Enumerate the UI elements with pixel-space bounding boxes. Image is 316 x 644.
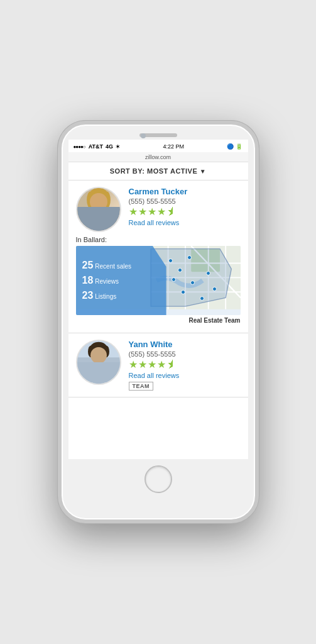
stat-num-reviews: 18 [82,275,94,286]
yann-star-2: ★ [138,360,147,370]
svg-point-20 [91,347,106,361]
phone-screen: ●●●●○ AT&T 4G ✶ 4:22 PM 🔵 🔋 zillow.com S… [68,140,248,459]
map-dot-3 [178,268,182,272]
map-dot-1 [168,258,173,263]
real-estate-team-label: Real Estate Team [76,317,241,324]
yann-star-1: ★ [129,360,138,370]
agent-name-carmen[interactable]: Carmen Tucker [129,187,241,196]
map-stat-reviews: 18 Reviews [82,275,160,286]
scroll-content[interactable]: SORT BY: MOST ACTIVE ▼ [68,162,248,459]
svg-point-5 [88,212,109,231]
status-bar: ●●●●○ AT&T 4G ✶ 4:22 PM 🔵 🔋 [68,140,248,152]
star-3: ★ [148,207,156,217]
star-2: ★ [138,207,147,217]
carrier-label: AT&T [89,143,103,150]
map-dots-area [150,246,240,315]
in-ballard-label: In Ballard: [76,236,241,243]
avatar-yann[interactable] [76,340,121,385]
url-text: zillow.com [145,154,171,160]
team-badge-yann: TEAM [129,382,154,391]
svg-point-21 [90,343,106,352]
agent-card-carmen: Carmen Tucker (555) 555-5555 ★ ★ ★ ★ ⯨ R… [68,180,248,333]
agent-phone-yann[interactable]: (555) 555-5555 [129,350,241,358]
stat-label-sales: Recent sales [95,263,131,270]
map-dot-5 [190,280,195,285]
stat-label-reviews: Reviews [95,278,119,285]
map-dot-6 [181,290,185,294]
phone-frame: ●●●●○ AT&T 4G ✶ 4:22 PM 🔵 🔋 zillow.com S… [58,121,259,523]
sort-label: SORT BY: MOST ACTIVE [110,167,198,175]
yann-star-3: ★ [148,360,156,370]
brightness-icon: ✶ [116,144,120,150]
phone-camera [141,133,146,138]
agent-info-yann: Yann White (555) 555-5555 ★ ★ ★ ★ ⯨ Read… [129,340,241,391]
battery-icon: 🔋 [236,143,242,150]
svg-point-3 [103,192,110,208]
yann-photo [77,340,120,384]
map-dot-4 [172,277,176,282]
svg-point-24 [92,347,105,360]
map-dot-9 [206,271,210,275]
star-1: ★ [129,207,138,217]
avatar-carmen[interactable] [76,187,121,232]
star-half: ⯨ [166,207,177,217]
map-stat-listings: 23 Listings [82,290,160,301]
map-dot-7 [200,296,204,301]
stat-num-sales: 25 [82,260,94,271]
agent-top-carmen: Carmen Tucker (555) 555-5555 ★ ★ ★ ★ ⯨ R… [76,187,241,232]
map-section-carmen: In Ballard: [76,236,241,324]
agent-card-yann: Yann White (555) 555-5555 ★ ★ ★ ★ ⯨ Read… [68,333,248,397]
agent-name-yann[interactable]: Yann White [129,340,241,349]
status-right: 🔵 🔋 [227,143,242,150]
sort-arrow-icon: ▼ [200,168,206,175]
bluetooth-icon: 🔵 [227,143,234,150]
map-container[interactable]: 25 Recent sales 18 Reviews 23 Listings [76,246,241,315]
svg-rect-18 [77,357,120,382]
status-time: 4:22 PM [163,143,184,150]
yann-star-half: ⯨ [166,360,177,370]
agent-info-carmen: Carmen Tucker (555) 555-5555 ★ ★ ★ ★ ⯨ R… [129,187,241,226]
home-button[interactable] [144,465,172,493]
sort-bar[interactable]: SORT BY: MOST ACTIVE ▼ [68,162,248,180]
status-left: ●●●●○ AT&T 4G ✶ [74,143,121,150]
address-bar[interactable]: zillow.com [68,152,248,162]
map-dot-8 [212,287,217,291]
svg-point-2 [87,192,94,208]
svg-point-4 [92,193,105,206]
agent-phone-carmen[interactable]: (555) 555-5555 [129,197,241,205]
read-reviews-yann[interactable]: Read all reviews [129,372,241,379]
yann-star-4: ★ [157,360,166,370]
stat-num-listings: 23 [82,290,94,301]
agent-top-yann: Yann White (555) 555-5555 ★ ★ ★ ★ ⯨ Read… [76,340,241,391]
svg-point-23 [103,345,109,357]
svg-point-22 [88,345,94,357]
read-reviews-carmen[interactable]: Read all reviews [129,219,241,226]
stars-yann: ★ ★ ★ ★ ⯨ [129,360,241,370]
network-type: 4G [106,143,113,150]
svg-point-25 [88,367,109,383]
star-4: ★ [157,207,166,217]
map-dot-2 [187,255,192,260]
map-stat-sales: 25 Recent sales [82,260,160,271]
stat-label-listings: Listings [95,293,116,300]
carmen-photo [77,187,120,231]
stars-carmen: ★ ★ ★ ★ ⯨ [129,207,241,217]
signal-strength: ●●●●○ [74,144,85,150]
